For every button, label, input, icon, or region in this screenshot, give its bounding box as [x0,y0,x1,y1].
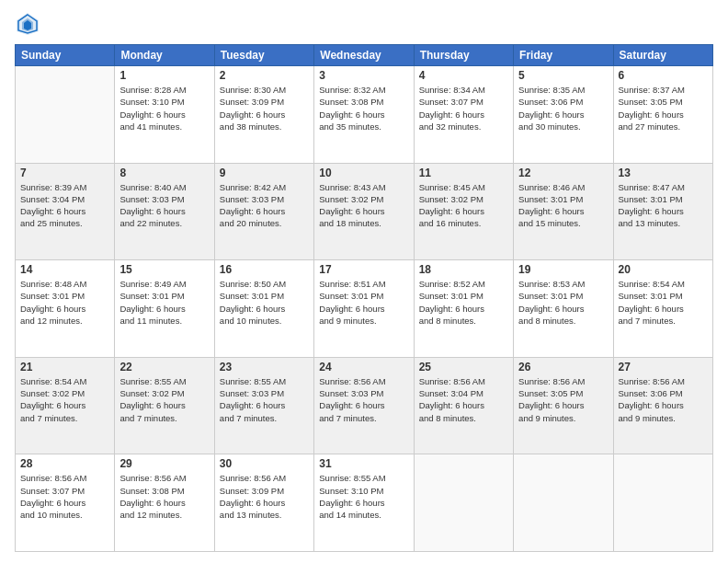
day-number: 27 [619,361,708,373]
day-number: 24 [319,361,408,373]
calendar: SundayMondayTuesdayWednesdayThursdayFrid… [15,44,713,552]
calendar-cell: 3Sunrise: 8:32 AM Sunset: 3:08 PM Daylig… [314,66,414,164]
calendar-cell: 20Sunrise: 8:54 AM Sunset: 3:01 PM Dayli… [613,260,712,358]
calendar-cell: 5Sunrise: 8:35 AM Sunset: 3:06 PM Daylig… [514,66,613,164]
day-number: 28 [20,457,109,470]
calendar-cell: 8Sunrise: 8:40 AM Sunset: 3:03 PM Daylig… [115,163,214,260]
calendar-cell: 18Sunrise: 8:52 AM Sunset: 3:01 PM Dayli… [414,260,513,358]
day-number: 4 [419,69,508,82]
day-info: Sunrise: 8:56 AM Sunset: 3:03 PM Dayligh… [319,375,408,424]
day-number: 18 [419,263,508,276]
day-info: Sunrise: 8:54 AM Sunset: 3:01 PM Dayligh… [619,278,708,327]
day-number: 22 [119,361,209,373]
day-info: Sunrise: 8:56 AM Sunset: 3:06 PM Dayligh… [619,375,708,424]
weekday-header: Thursday [414,45,513,66]
day-info: Sunrise: 8:53 AM Sunset: 3:01 PM Dayligh… [518,278,608,327]
day-info: Sunrise: 8:56 AM Sunset: 3:04 PM Dayligh… [419,375,508,424]
day-info: Sunrise: 8:52 AM Sunset: 3:01 PM Dayligh… [419,278,508,327]
day-number: 17 [319,263,408,276]
weekday-header: Saturday [613,45,712,66]
day-info: Sunrise: 8:56 AM Sunset: 3:09 PM Dayligh… [220,472,309,521]
calendar-cell: 26Sunrise: 8:56 AM Sunset: 3:05 PM Dayli… [514,357,613,454]
calendar-cell: 2Sunrise: 8:30 AM Sunset: 3:09 PM Daylig… [214,66,313,164]
day-info: Sunrise: 8:50 AM Sunset: 3:01 PM Dayligh… [220,278,309,327]
day-number: 14 [20,263,109,276]
day-info: Sunrise: 8:39 AM Sunset: 3:04 PM Dayligh… [20,181,109,230]
day-number: 19 [518,263,608,276]
day-info: Sunrise: 8:56 AM Sunset: 3:07 PM Dayligh… [20,472,109,521]
day-number: 20 [619,263,708,276]
page: SundayMondayTuesdayWednesdayThursdayFrid… [0,0,728,563]
calendar-cell: 10Sunrise: 8:43 AM Sunset: 3:02 PM Dayli… [314,163,414,260]
day-number: 2 [220,69,309,82]
day-info: Sunrise: 8:45 AM Sunset: 3:02 PM Dayligh… [419,181,508,230]
day-number: 23 [220,361,309,373]
calendar-cell: 22Sunrise: 8:55 AM Sunset: 3:02 PM Dayli… [115,357,214,454]
calendar-cell [16,66,115,164]
day-info: Sunrise: 8:37 AM Sunset: 3:05 PM Dayligh… [619,84,708,132]
calendar-row: 14Sunrise: 8:48 AM Sunset: 3:01 PM Dayli… [16,260,713,358]
calendar-cell: 31Sunrise: 8:55 AM Sunset: 3:10 PM Dayli… [314,454,414,552]
calendar-cell: 7Sunrise: 8:39 AM Sunset: 3:04 PM Daylig… [16,163,115,260]
header [15,11,713,37]
day-info: Sunrise: 8:49 AM Sunset: 3:01 PM Dayligh… [119,278,209,327]
day-info: Sunrise: 8:55 AM Sunset: 3:10 PM Dayligh… [319,472,408,521]
day-info: Sunrise: 8:32 AM Sunset: 3:08 PM Dayligh… [319,84,408,132]
weekday-header: Monday [115,45,214,66]
calendar-cell: 30Sunrise: 8:56 AM Sunset: 3:09 PM Dayli… [214,454,313,552]
day-number: 10 [319,167,408,179]
day-number: 12 [518,167,608,179]
day-number: 9 [220,167,309,179]
calendar-cell: 27Sunrise: 8:56 AM Sunset: 3:06 PM Dayli… [613,357,712,454]
day-number: 7 [20,167,109,179]
logo-icon [15,11,40,37]
day-number: 8 [119,167,209,179]
calendar-cell [514,454,613,552]
calendar-row: 1Sunrise: 8:28 AM Sunset: 3:10 PM Daylig… [16,66,713,164]
day-number: 26 [518,361,608,373]
calendar-cell: 9Sunrise: 8:42 AM Sunset: 3:03 PM Daylig… [214,163,313,260]
day-number: 31 [319,457,408,470]
calendar-cell: 23Sunrise: 8:55 AM Sunset: 3:03 PM Dayli… [214,357,313,454]
calendar-cell [613,454,712,552]
calendar-cell: 25Sunrise: 8:56 AM Sunset: 3:04 PM Dayli… [414,357,513,454]
calendar-cell [414,454,513,552]
calendar-cell: 24Sunrise: 8:56 AM Sunset: 3:03 PM Dayli… [314,357,414,454]
calendar-cell: 19Sunrise: 8:53 AM Sunset: 3:01 PM Dayli… [514,260,613,358]
day-number: 15 [119,263,209,276]
day-info: Sunrise: 8:46 AM Sunset: 3:01 PM Dayligh… [518,181,608,230]
day-info: Sunrise: 8:54 AM Sunset: 3:02 PM Dayligh… [20,375,109,424]
day-info: Sunrise: 8:30 AM Sunset: 3:09 PM Dayligh… [220,84,309,132]
calendar-body: 1Sunrise: 8:28 AM Sunset: 3:10 PM Daylig… [16,66,713,552]
day-number: 3 [319,69,408,82]
calendar-row: 7Sunrise: 8:39 AM Sunset: 3:04 PM Daylig… [16,163,713,260]
day-number: 1 [119,69,209,82]
calendar-cell: 4Sunrise: 8:34 AM Sunset: 3:07 PM Daylig… [414,66,513,164]
calendar-cell: 21Sunrise: 8:54 AM Sunset: 3:02 PM Dayli… [16,357,115,454]
calendar-cell: 1Sunrise: 8:28 AM Sunset: 3:10 PM Daylig… [115,66,214,164]
day-info: Sunrise: 8:48 AM Sunset: 3:01 PM Dayligh… [20,278,109,327]
day-number: 5 [518,69,608,82]
day-info: Sunrise: 8:34 AM Sunset: 3:07 PM Dayligh… [419,84,508,132]
day-info: Sunrise: 8:55 AM Sunset: 3:02 PM Dayligh… [119,375,209,424]
day-number: 16 [220,263,309,276]
day-number: 11 [419,167,508,179]
day-info: Sunrise: 8:28 AM Sunset: 3:10 PM Dayligh… [119,84,209,132]
weekday-row: SundayMondayTuesdayWednesdayThursdayFrid… [16,45,713,66]
weekday-header: Sunday [16,45,115,66]
weekday-header: Friday [514,45,613,66]
day-info: Sunrise: 8:35 AM Sunset: 3:06 PM Dayligh… [518,84,608,132]
day-info: Sunrise: 8:40 AM Sunset: 3:03 PM Dayligh… [119,181,209,230]
calendar-header: SundayMondayTuesdayWednesdayThursdayFrid… [16,45,713,66]
weekday-header: Tuesday [214,45,313,66]
day-info: Sunrise: 8:56 AM Sunset: 3:08 PM Dayligh… [119,472,209,521]
day-number: 6 [619,69,708,82]
weekday-header: Wednesday [314,45,414,66]
day-info: Sunrise: 8:56 AM Sunset: 3:05 PM Dayligh… [518,375,608,424]
day-number: 21 [20,361,109,373]
day-info: Sunrise: 8:47 AM Sunset: 3:01 PM Dayligh… [619,181,708,230]
calendar-cell: 15Sunrise: 8:49 AM Sunset: 3:01 PM Dayli… [115,260,214,358]
calendar-cell: 17Sunrise: 8:51 AM Sunset: 3:01 PM Dayli… [314,260,414,358]
logo [15,11,44,37]
calendar-row: 28Sunrise: 8:56 AM Sunset: 3:07 PM Dayli… [16,454,713,552]
